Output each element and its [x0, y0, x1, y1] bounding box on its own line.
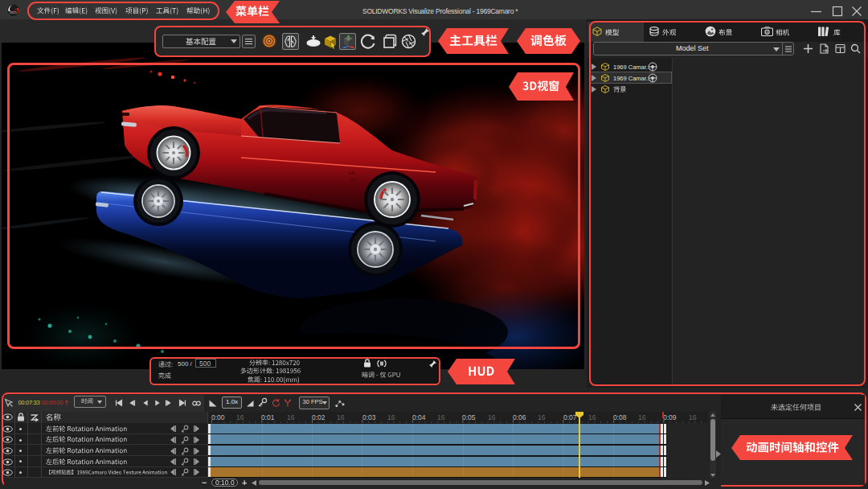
svg-text:2021: 2021	[10, 10, 18, 14]
